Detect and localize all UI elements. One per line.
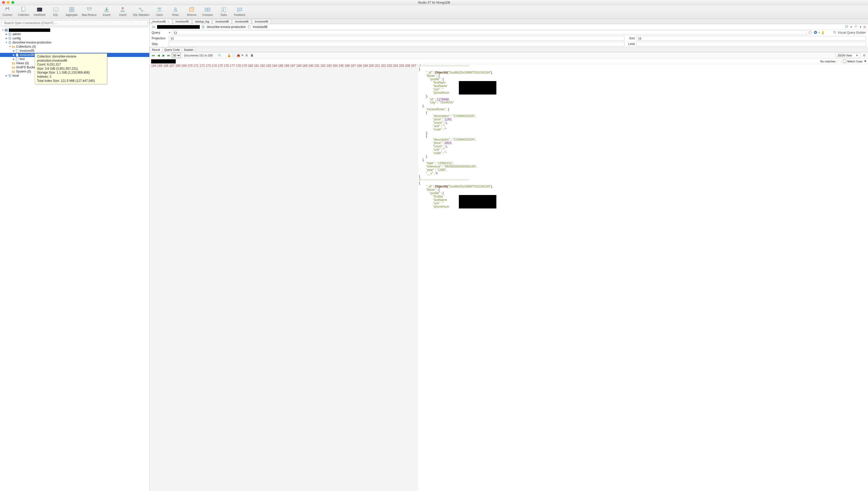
window-controls[interactable] [2,1,14,4]
toolbar-collection[interactable]: Collection [18,6,30,16]
svg-rect-15 [121,10,125,12]
tooltip-line: Total Index Size: 121.5 MiB (127,447,040… [37,79,105,83]
expand-icon[interactable]: ▶ [5,37,8,39]
settings-icon[interactable]: ⚙ [863,54,866,57]
visual-query-builder-button[interactable]: Visual Query Builder [833,31,866,34]
skip-input[interactable] [169,42,624,46]
expand-icon[interactable]: ▼ [9,45,11,48]
view-mode-select[interactable]: JSON View ▼ [836,53,860,58]
tooltip-line: Indexes: 2 [37,75,105,79]
dropdown-icon[interactable]: ▾ [169,31,170,34]
star-icon[interactable] [854,25,858,29]
toolbar-export[interactable]: Export [101,6,113,16]
refresh-icon[interactable] [845,25,848,29]
connection-tree[interactable]: ▼ ▶admin▶config▼doroshke-invoice-product… [0,27,149,491]
expand-icon[interactable]: ▶ [5,74,8,77]
toolbar-mapreduce[interactable]: Map-Reduce [82,6,96,16]
sql-icon: SQL [52,6,59,13]
breadcrumb-coll[interactable]: invoices96 [247,25,268,29]
tree-item-admin[interactable]: ▶admin [0,32,149,36]
maximize-window-icon[interactable] [11,1,14,4]
tab-invoices96[interactable]: invoices96 [232,19,251,24]
toolbar-compare[interactable]: Compare [202,6,214,16]
sort-input[interactable] [637,36,866,41]
last-page-icon[interactable]: ⏭ [167,53,171,57]
toolbar-sqlmigration[interactable]: SQL Migration [133,6,149,16]
folder-icon [12,65,15,69]
copy-icon[interactable]: ⎘ [246,54,249,57]
next-match-icon[interactable]: ↓ [840,60,842,63]
tab-invoices96[interactable]: invoices96⨯ [150,19,172,24]
close-window-icon[interactable] [2,1,5,4]
delete-icon[interactable]: 🗑 [250,54,254,57]
close-findbar-icon[interactable]: ✕ [864,60,866,63]
sub-tab-query-code[interactable]: Query Code [162,47,182,52]
toolbar-tasks[interactable]: Tasks [218,6,229,16]
limit-input[interactable] [637,42,866,46]
tree-item-collections-3-[interactable]: ▼Collections (3) [0,45,149,49]
toolbar-aggregate[interactable]: Aggregate [66,6,78,16]
page-size-select[interactable]: 50 [172,53,181,58]
code-content[interactable]: // -------------------------------------… [418,64,868,491]
edit-query-icon[interactable] [808,30,812,35]
toolbar-schema[interactable]: Schema [186,6,197,16]
breadcrumb-server[interactable] [152,25,200,29]
pin-icon[interactable]: ⊞ [863,25,866,29]
query-input[interactable] [172,30,807,35]
edit-icon[interactable]: ✎ [241,54,245,57]
svg-point-17 [141,10,143,11]
projection-input[interactable] [169,36,624,41]
expand-icon[interactable]: ▶ [5,33,8,35]
svg-rect-35 [16,54,18,57]
db-icon [8,41,12,44]
expand-icon[interactable]: ▶ [12,54,15,56]
tree-item-config[interactable]: ▶config [0,36,149,40]
sub-tab-explain[interactable]: Explain [182,47,196,52]
toolbar-import[interactable]: Import [117,6,129,16]
breadcrumb-db[interactable]: doroshke-invoice-production [202,25,246,29]
tree-item-invoices95[interactable]: ▶invoices95 [0,49,149,53]
tab-invoices96[interactable]: invoices96 [213,19,231,24]
svg-rect-8 [69,7,71,9]
expand-icon[interactable]: ▼ [5,41,8,44]
dropdown-icon[interactable]: ▾ [818,31,820,34]
expand-icon[interactable]: ▶ [12,50,15,52]
toolbar-connect[interactable]: Connect [2,6,13,16]
match-case-checkbox[interactable]: Match Case [843,60,863,63]
json-result-view[interactable]: 164 165 166 167 168 169 170 171 172 173 … [150,64,868,491]
add-doc-icon[interactable]: 📄 [232,54,236,57]
collection-tooltip: Collection: doroshke-invoice-production.… [35,53,107,84]
tab-startup_log[interactable]: startup_log [192,19,212,24]
next-page-icon[interactable]: ▶ [161,53,166,57]
server-icon [4,28,8,32]
toolbar-sql[interactable]: SQLSQL [50,6,62,16]
panel-toggle-icon[interactable]: ⇥ [150,21,152,23]
minimize-window-icon[interactable] [7,1,9,4]
tree-item-doroshke-invoice-production[interactable]: ▼doroshke-invoice-production [0,40,149,45]
prev-page-icon[interactable]: ◀ [156,53,160,57]
tooltip-line: Count: 6,031,317 [37,63,105,67]
expand-icon[interactable]: ▶ [12,58,15,60]
sub-tab-result[interactable]: Result [150,47,162,52]
connection-root[interactable]: ▼ [0,28,149,32]
close-tab-icon[interactable]: ⨯ [167,20,169,23]
toolbar-users[interactable]: Users [153,6,165,16]
export-icon[interactable]: 📤 [237,54,240,57]
toolbar-roles[interactable]: Roles [169,6,181,16]
run-query-icon[interactable] [813,30,817,35]
result-toolbar: ⏮ ◀ ▶ ⏭ 50 Documents 151 to 200 ↻ 🔒 📄 📤 … [150,52,868,59]
first-page-icon[interactable]: ⏮ [151,53,155,57]
tab-invoices95[interactable]: invoices95 [173,19,192,24]
tab-invoices96[interactable]: invoices96 [252,19,271,24]
expand-icon[interactable]: ▼ [2,29,4,31]
toolbar-feedback[interactable]: Feedback [234,6,246,16]
hint-icon[interactable]: 💡 [821,31,825,34]
db-icon [8,32,12,36]
svg-rect-25 [221,7,225,12]
refresh-icon[interactable]: ↻ [217,53,221,57]
toolbar-intellishell[interactable]: >_IntelliShell [34,6,45,16]
search-input[interactable] [2,20,148,26]
lock-icon[interactable]: 🔒 [227,54,231,57]
svg-rect-33 [16,50,18,53]
prev-match-icon[interactable]: ↑ [837,60,838,63]
